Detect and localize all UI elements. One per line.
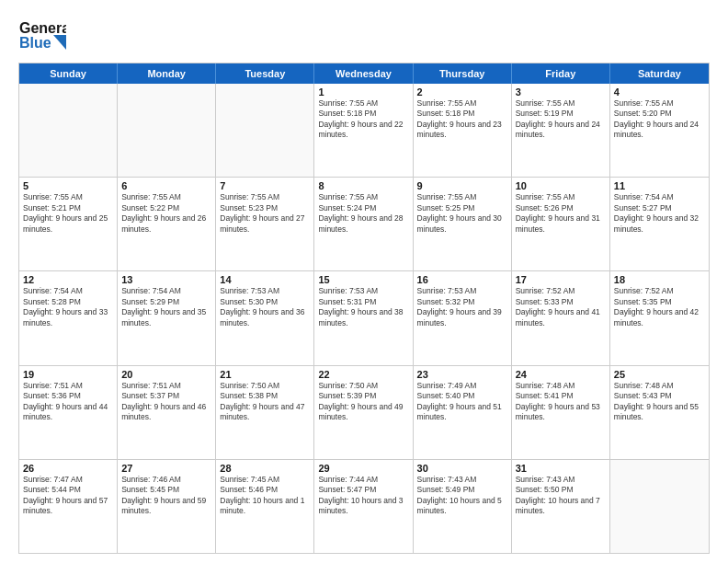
calendar-cell: 15Sunrise: 7:53 AM Sunset: 5:31 PM Dayli…: [314, 271, 413, 364]
cell-info: Sunrise: 7:47 AM Sunset: 5:44 PM Dayligh…: [23, 475, 113, 517]
day-number: 24: [516, 369, 606, 380]
cell-info: Sunrise: 7:45 AM Sunset: 5:46 PM Dayligh…: [220, 475, 310, 517]
day-number: 31: [516, 463, 606, 474]
svg-text:Blue: Blue: [19, 35, 51, 51]
weekday-header: Sunday: [19, 63, 118, 84]
calendar-cell: 3Sunrise: 7:55 AM Sunset: 5:19 PM Daylig…: [512, 84, 610, 177]
cell-info: Sunrise: 7:49 AM Sunset: 5:40 PM Dayligh…: [417, 381, 507, 423]
calendar-cell: 18Sunrise: 7:52 AM Sunset: 5:35 PM Dayli…: [610, 271, 709, 364]
cell-info: Sunrise: 7:55 AM Sunset: 5:19 PM Dayligh…: [516, 98, 606, 141]
calendar-body: 1Sunrise: 7:55 AM Sunset: 5:18 PM Daylig…: [19, 84, 709, 553]
day-number: 2: [417, 86, 507, 98]
calendar-cell: 11Sunrise: 7:54 AM Sunset: 5:27 PM Dayli…: [610, 178, 709, 270]
cell-info: Sunrise: 7:48 AM Sunset: 5:41 PM Dayligh…: [516, 381, 606, 423]
cell-info: Sunrise: 7:50 AM Sunset: 5:39 PM Dayligh…: [318, 381, 408, 423]
day-number: 30: [417, 463, 507, 474]
cell-info: Sunrise: 7:55 AM Sunset: 5:20 PM Dayligh…: [614, 98, 705, 141]
weekday-header: Wednesday: [314, 63, 413, 84]
cell-info: Sunrise: 7:43 AM Sunset: 5:50 PM Dayligh…: [516, 475, 606, 517]
header: General Blue: [18, 15, 710, 55]
calendar-cell: [19, 84, 118, 177]
cell-info: Sunrise: 7:46 AM Sunset: 5:45 PM Dayligh…: [121, 475, 211, 517]
cell-info: Sunrise: 7:51 AM Sunset: 5:36 PM Dayligh…: [23, 381, 113, 423]
calendar-cell: 8Sunrise: 7:55 AM Sunset: 5:24 PM Daylig…: [314, 178, 413, 270]
day-number: 19: [23, 369, 113, 380]
day-number: 9: [417, 180, 507, 191]
calendar-cell: 6Sunrise: 7:55 AM Sunset: 5:22 PM Daylig…: [118, 178, 216, 270]
calendar-cell: 22Sunrise: 7:50 AM Sunset: 5:39 PM Dayli…: [314, 366, 413, 459]
page: General Blue SundayMondayTuesdayWednesda…: [0, 0, 728, 563]
day-number: 10: [516, 180, 606, 191]
day-number: 15: [318, 274, 408, 285]
weekday-header: Saturday: [610, 63, 709, 84]
svg-marker-2: [53, 35, 66, 50]
day-number: 5: [23, 180, 113, 191]
calendar-cell: 10Sunrise: 7:55 AM Sunset: 5:26 PM Dayli…: [512, 178, 610, 270]
day-number: 1: [318, 86, 408, 98]
cell-info: Sunrise: 7:53 AM Sunset: 5:32 PM Dayligh…: [417, 286, 507, 328]
calendar-cell: 29Sunrise: 7:44 AM Sunset: 5:47 PM Dayli…: [314, 460, 413, 553]
cell-info: Sunrise: 7:55 AM Sunset: 5:23 PM Dayligh…: [220, 192, 310, 235]
day-number: 17: [516, 274, 606, 285]
cell-info: Sunrise: 7:55 AM Sunset: 5:18 PM Dayligh…: [318, 98, 408, 141]
calendar-cell: 12Sunrise: 7:54 AM Sunset: 5:28 PM Dayli…: [19, 271, 118, 364]
calendar-cell: 2Sunrise: 7:55 AM Sunset: 5:18 PM Daylig…: [414, 84, 512, 177]
calendar-row: 12Sunrise: 7:54 AM Sunset: 5:28 PM Dayli…: [19, 270, 709, 364]
day-number: 12: [23, 274, 113, 285]
cell-info: Sunrise: 7:54 AM Sunset: 5:27 PM Dayligh…: [614, 192, 705, 235]
cell-info: Sunrise: 7:55 AM Sunset: 5:24 PM Dayligh…: [318, 192, 408, 235]
day-number: 22: [318, 369, 408, 380]
calendar-cell: [118, 84, 216, 177]
day-number: 16: [417, 274, 507, 285]
calendar-cell: 28Sunrise: 7:45 AM Sunset: 5:46 PM Dayli…: [216, 460, 314, 553]
calendar-cell: 17Sunrise: 7:52 AM Sunset: 5:33 PM Dayli…: [512, 271, 610, 364]
day-number: 14: [220, 274, 310, 285]
logo-icon: General Blue: [18, 15, 66, 55]
calendar-cell: 26Sunrise: 7:47 AM Sunset: 5:44 PM Dayli…: [19, 460, 118, 553]
day-number: 20: [121, 369, 211, 380]
calendar-cell: 9Sunrise: 7:55 AM Sunset: 5:25 PM Daylig…: [414, 178, 512, 270]
calendar-cell: 7Sunrise: 7:55 AM Sunset: 5:23 PM Daylig…: [216, 178, 314, 270]
calendar-row: 19Sunrise: 7:51 AM Sunset: 5:36 PM Dayli…: [19, 365, 709, 459]
weekday-header: Tuesday: [216, 63, 314, 84]
cell-info: Sunrise: 7:51 AM Sunset: 5:37 PM Dayligh…: [121, 381, 211, 423]
cell-info: Sunrise: 7:43 AM Sunset: 5:49 PM Dayligh…: [417, 475, 507, 517]
calendar-row: 1Sunrise: 7:55 AM Sunset: 5:18 PM Daylig…: [19, 84, 709, 177]
calendar-cell: 13Sunrise: 7:54 AM Sunset: 5:29 PM Dayli…: [118, 271, 216, 364]
day-number: 27: [121, 463, 211, 474]
cell-info: Sunrise: 7:55 AM Sunset: 5:21 PM Dayligh…: [23, 192, 113, 235]
cell-info: Sunrise: 7:55 AM Sunset: 5:18 PM Dayligh…: [417, 98, 507, 141]
calendar-cell: 19Sunrise: 7:51 AM Sunset: 5:36 PM Dayli…: [19, 366, 118, 459]
weekday-header: Thursday: [414, 63, 512, 84]
day-number: 11: [614, 180, 705, 191]
calendar-cell: 1Sunrise: 7:55 AM Sunset: 5:18 PM Daylig…: [314, 84, 413, 177]
cell-info: Sunrise: 7:52 AM Sunset: 5:33 PM Dayligh…: [516, 286, 606, 328]
cell-info: Sunrise: 7:48 AM Sunset: 5:43 PM Dayligh…: [614, 381, 705, 423]
day-number: 28: [220, 463, 310, 474]
day-number: 25: [614, 369, 705, 380]
cell-info: Sunrise: 7:55 AM Sunset: 5:26 PM Dayligh…: [516, 192, 606, 235]
cell-info: Sunrise: 7:54 AM Sunset: 5:29 PM Dayligh…: [121, 286, 211, 328]
calendar-cell: 27Sunrise: 7:46 AM Sunset: 5:45 PM Dayli…: [118, 460, 216, 553]
calendar-cell: [610, 460, 709, 553]
svg-text:General: General: [19, 20, 66, 36]
calendar: SundayMondayTuesdayWednesdayThursdayFrid…: [18, 63, 710, 554]
calendar-row: 26Sunrise: 7:47 AM Sunset: 5:44 PM Dayli…: [19, 459, 709, 553]
cell-info: Sunrise: 7:55 AM Sunset: 5:22 PM Dayligh…: [121, 192, 211, 235]
cell-info: Sunrise: 7:53 AM Sunset: 5:30 PM Dayligh…: [220, 286, 310, 328]
calendar-cell: 20Sunrise: 7:51 AM Sunset: 5:37 PM Dayli…: [118, 366, 216, 459]
day-number: 13: [121, 274, 211, 285]
calendar-cell: 4Sunrise: 7:55 AM Sunset: 5:20 PM Daylig…: [610, 84, 709, 177]
day-number: 29: [318, 463, 408, 474]
day-number: 8: [318, 180, 408, 191]
cell-info: Sunrise: 7:50 AM Sunset: 5:38 PM Dayligh…: [220, 381, 310, 423]
calendar-row: 5Sunrise: 7:55 AM Sunset: 5:21 PM Daylig…: [19, 177, 709, 270]
logo: General Blue: [18, 15, 66, 55]
calendar-cell: 16Sunrise: 7:53 AM Sunset: 5:32 PM Dayli…: [414, 271, 512, 364]
day-number: 18: [614, 274, 705, 285]
calendar-cell: 24Sunrise: 7:48 AM Sunset: 5:41 PM Dayli…: [512, 366, 610, 459]
cell-info: Sunrise: 7:52 AM Sunset: 5:35 PM Dayligh…: [614, 286, 705, 328]
calendar-header: SundayMondayTuesdayWednesdayThursdayFrid…: [19, 63, 709, 84]
cell-info: Sunrise: 7:53 AM Sunset: 5:31 PM Dayligh…: [318, 286, 408, 328]
cell-info: Sunrise: 7:55 AM Sunset: 5:25 PM Dayligh…: [417, 192, 507, 235]
